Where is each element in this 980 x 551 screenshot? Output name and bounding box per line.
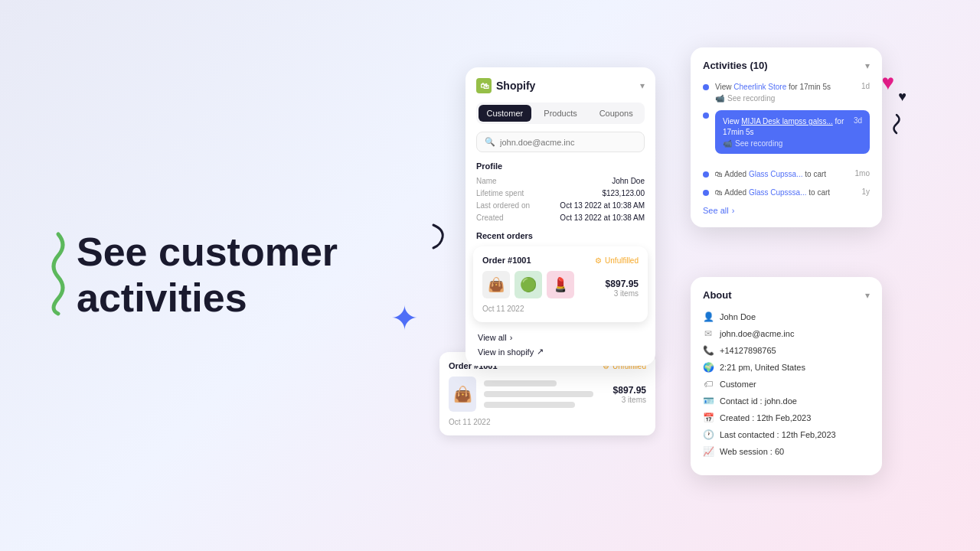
shopify-logo-text: Shopify: [496, 80, 535, 92]
about-text-phone: +14127898765: [720, 346, 776, 355]
about-row-location: 🌍 2:21 pm, United States: [703, 362, 870, 373]
profile-section-title: Profile: [476, 161, 645, 171]
profile-row-lifetime: Lifetime spent $123,123.00: [476, 189, 645, 197]
external-link-icon: ↗: [537, 347, 544, 357]
shopify-card: 🛍 Shopify ▾ Customer Products Coupons 🔍 …: [466, 67, 655, 366]
profile-value-created: Oct 13 2022 at 10:38 AM: [560, 214, 645, 222]
shopify-icon-3: 🛍: [715, 188, 723, 197]
line-placeholder-1: [484, 380, 557, 386]
activity-time-3: 1y: [861, 187, 870, 196]
profile-row-last-ordered: Last ordered on Oct 13 2022 at 10:38 AM: [476, 201, 645, 210]
view-all-link[interactable]: View all ›: [478, 333, 643, 342]
profile-value-last-ordered: Oct 13 2022 at 10:38 AM: [560, 201, 645, 210]
activity-link-1[interactable]: MIJIA Desk lampss galss...: [741, 117, 832, 126]
about-text-last-contacted: Last contacted : 12th Feb,2023: [720, 430, 836, 439]
activities-panel-header: Activities (10) ▾: [703, 60, 870, 71]
tab-coupons[interactable]: Coupons: [590, 105, 642, 122]
order-back-items: 3 items: [613, 396, 646, 404]
tab-products[interactable]: Products: [534, 105, 587, 122]
activity-time-1: 3d: [854, 116, 862, 125]
curly-decoration: [427, 222, 449, 256]
activity-sub-0: 📹 See recording: [715, 94, 855, 103]
order-img-2: 💄: [547, 271, 574, 298]
order-img-0: 👜: [482, 271, 510, 298]
activity-link-0[interactable]: Cheerlink Store: [733, 83, 786, 91]
about-text-customer: Customer: [720, 380, 756, 389]
activity-text-2: 🛍 Added Glass Cupssa... to cart: [715, 169, 849, 180]
squiggle-dark-decoration: [890, 113, 903, 139]
about-text-contact-id: Contact id : john.doe: [720, 396, 797, 406]
activities-title: Activities (10): [703, 60, 768, 71]
activities-panel: Activities (10) ▾ View Cheerlink Store f…: [691, 47, 882, 227]
about-row-contact-id: 🪪 Contact id : john.doe: [703, 396, 870, 406]
recording-icon-1: 📹: [723, 139, 732, 148]
activity-item-1: View MIJIA Desk lampss galss... for 17mi…: [703, 110, 870, 161]
order-card-front-inner: Order #1001 ⚙ Unfulfilled 👜 🟢 💄 $897.95 …: [466, 246, 655, 322]
about-text-email: john.doe@acme.inc: [720, 329, 794, 338]
activity-time-2: 1mo: [855, 169, 870, 178]
profile-label-lifetime: Lifetime spent: [476, 189, 524, 197]
activity-item-0: View Cheerlink Store for 17min 5s 📹 See …: [703, 82, 870, 103]
activity-link-3[interactable]: Glass Cupsssa...: [749, 188, 807, 197]
activity-item-3: 🛍 Added Glass Cupsssa... to cart 1y: [703, 187, 870, 198]
activity-text-3: 🛍 Added Glass Cupsssa... to cart: [715, 187, 855, 198]
hero-title: See customer activities: [77, 230, 338, 321]
unfulfilled-icon: ⚙: [595, 256, 602, 265]
activity-dot-0: [703, 84, 709, 90]
activity-highlighted-1: View MIJIA Desk lampss galss... for 17mi…: [715, 110, 870, 154]
order-back-date: Oct 11 2022: [449, 418, 646, 426]
about-chevron-icon[interactable]: ▾: [865, 290, 870, 301]
shopify-card-header: 🛍 Shopify ▾: [476, 78, 645, 93]
heart-pink-decoration: ♥: [881, 70, 894, 95]
order-front-status: ⚙ Unfulfilled: [595, 256, 639, 265]
activity-content-0: View Cheerlink Store for 17min 5s 📹 See …: [715, 82, 855, 103]
activities-chevron-icon[interactable]: ▾: [865, 60, 870, 71]
search-icon: 🔍: [485, 137, 495, 147]
shopify-logo: 🛍 Shopify: [476, 78, 535, 93]
shopify-icon: 🛍: [476, 78, 492, 93]
order-front-date: Oct 11 2022: [482, 305, 639, 313]
order-back-content: 👜 $897.95 3 items: [449, 377, 646, 412]
see-all-arrow-icon: ›: [732, 206, 735, 215]
order-front-id: Order #1001: [482, 256, 531, 265]
activity-link-2[interactable]: Glass Cupssa...: [749, 170, 803, 178]
line-placeholder-3: [484, 402, 575, 408]
view-in-shopify-link[interactable]: View in shopify ↗: [478, 347, 643, 357]
recording-icon-0: 📹: [715, 94, 724, 103]
phone-icon: 📞: [703, 345, 714, 356]
profile-row-name: Name John Doe: [476, 177, 645, 185]
activity-content-3: 🛍 Added Glass Cupsssa... to cart: [715, 187, 855, 198]
order-front-card: Order #1001 ⚙ Unfulfilled 👜 🟢 💄 $897.95 …: [473, 246, 648, 322]
id-icon: 🪪: [703, 396, 714, 406]
about-row-phone: 📞 +14127898765: [703, 345, 870, 356]
about-text-web-session: Web session : 60: [720, 447, 784, 456]
about-row-created: 📅 Created : 12th Feb,2023: [703, 412, 870, 423]
profile-value-name: John Doe: [612, 177, 645, 185]
star-decoration: ✦: [390, 298, 419, 337]
tag-icon: 🏷: [703, 379, 714, 390]
profile-row-created: Created Oct 13 2022 at 10:38 AM: [476, 214, 645, 222]
chevron-down-icon[interactable]: ▾: [640, 80, 645, 91]
activity-dot-2: [703, 171, 709, 178]
order-front-price: $897.95: [606, 279, 639, 289]
about-panel-header: About ▾: [703, 289, 870, 301]
customer-search-input[interactable]: [500, 138, 636, 147]
order-back-price: $897.95: [613, 385, 646, 396]
calendar-icon: 📅: [703, 412, 714, 423]
tab-customer[interactable]: Customer: [479, 105, 531, 122]
activity-text-0: View Cheerlink Store for 17min 5s: [715, 82, 855, 93]
activity-dot-3: [703, 190, 709, 196]
customer-search-box: 🔍: [476, 132, 645, 152]
activity-item-2: 🛍 Added Glass Cupssa... to cart 1mo: [703, 169, 870, 180]
about-row-name: 👤 John Doe: [703, 311, 870, 322]
about-row-web-session: 📈 Web session : 60: [703, 446, 870, 457]
about-panel: About ▾ 👤 John Doe ✉ john.doe@acme.inc 📞…: [691, 277, 882, 475]
profile-label-last-ordered: Last ordered on: [476, 201, 530, 210]
order-img-1: 🟢: [514, 271, 542, 298]
about-text-location: 2:21 pm, United States: [720, 363, 805, 372]
card-links: View all › View in shopify ↗: [466, 327, 655, 366]
arrow-right-icon: ›: [510, 333, 513, 342]
profile-label-name: Name: [476, 177, 497, 185]
activity-dot-1: [703, 112, 709, 119]
see-all-link[interactable]: See all ›: [703, 206, 870, 215]
